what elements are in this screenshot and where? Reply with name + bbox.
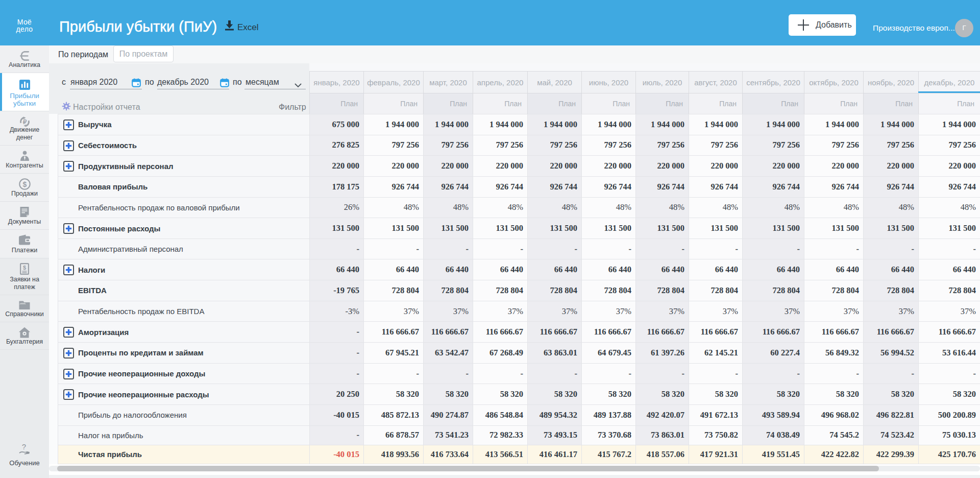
svg-text:$: $ [23,265,26,271]
svg-text:?: ? [22,443,26,451]
svg-text:₽: ₽ [22,118,27,126]
svg-text:$: $ [22,180,27,188]
